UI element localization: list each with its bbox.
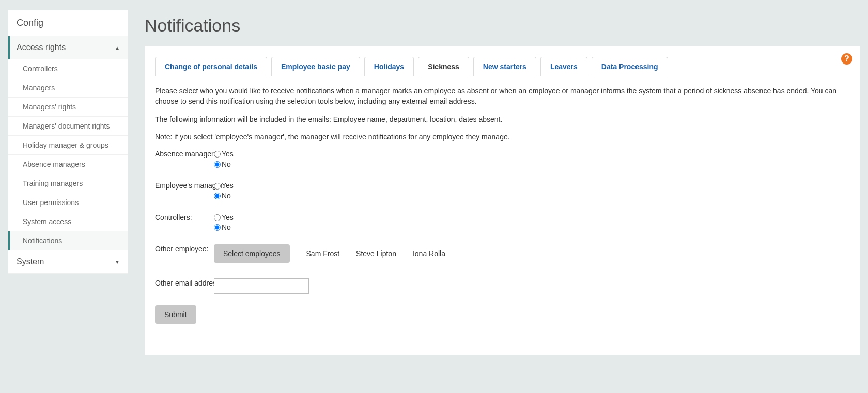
label-other-employee: Other employee:	[155, 244, 214, 253]
chevron-up-icon: ▲	[115, 45, 120, 51]
label-controllers: Controllers:	[155, 213, 214, 222]
sidebar-section-label: System	[17, 257, 44, 266]
sidebar: Config Access rights ▲ Controllers Manag…	[8, 10, 128, 274]
intro-paragraph-1: Please select who you would like to rece…	[155, 86, 849, 107]
sidebar-item-notifications[interactable]: Notifications	[8, 231, 128, 250]
sidebar-item-controllers[interactable]: Controllers	[8, 59, 128, 78]
radio-absence-no[interactable]	[214, 161, 221, 168]
radio-label: Yes	[222, 181, 234, 191]
radio-label: Yes	[222, 213, 234, 223]
sidebar-item-managers-document-rights[interactable]: Managers' document rights	[8, 117, 128, 136]
sidebar-section-access-rights[interactable]: Access rights ▲	[8, 36, 128, 59]
tabs: Change of personal details Employee basi…	[155, 56, 849, 76]
sidebar-header-config[interactable]: Config	[8, 10, 128, 36]
sidebar-item-managers-rights[interactable]: Managers' rights	[8, 98, 128, 117]
sidebar-section-system[interactable]: System ▼	[8, 250, 128, 274]
tab-employee-basic-pay[interactable]: Employee basic pay	[271, 57, 360, 76]
help-icon[interactable]: ?	[841, 53, 853, 65]
tab-data-processing[interactable]: Data Processing	[592, 57, 668, 76]
label-absence-managers: Absence managers:	[155, 149, 214, 158]
selected-employee[interactable]: Sam Frost	[306, 249, 340, 258]
radio-empmgr-no[interactable]	[214, 193, 221, 199]
label-employees-manager: Employee's manager:	[155, 181, 214, 190]
radio-label: Yes	[222, 149, 234, 160]
sidebar-item-training-managers[interactable]: Training managers	[8, 174, 128, 193]
sidebar-item-managers[interactable]: Managers	[8, 78, 128, 98]
tab-leavers[interactable]: Leavers	[540, 57, 587, 76]
label-other-email: Other email address:	[155, 278, 214, 287]
radio-controllers-no[interactable]	[214, 224, 221, 231]
radio-empmgr-yes[interactable]	[214, 183, 221, 190]
radio-controllers-yes[interactable]	[214, 214, 221, 221]
tab-holidays[interactable]: Holidays	[364, 57, 414, 76]
row-controllers: Controllers: Yes No	[155, 213, 849, 233]
content-card: ? Change of personal details Employee ba…	[145, 46, 860, 355]
sidebar-item-absence-managers[interactable]: Absence managers	[8, 155, 128, 174]
select-employees-button[interactable]: Select employees	[214, 244, 290, 263]
intro-paragraph-3: Note: if you select 'employee's manager'…	[155, 132, 849, 142]
selected-employee[interactable]: Iona Rolla	[413, 249, 445, 258]
chevron-down-icon: ▼	[115, 259, 120, 265]
sidebar-item-system-access[interactable]: System access	[8, 212, 128, 231]
page-title: Notifications	[145, 15, 860, 36]
other-email-input[interactable]	[214, 278, 309, 294]
submit-button[interactable]: Submit	[155, 305, 196, 324]
radio-label: No	[222, 223, 231, 233]
sidebar-section-label: Access rights	[17, 43, 66, 52]
tab-change-personal-details[interactable]: Change of personal details	[155, 57, 267, 76]
sidebar-item-holiday-manager-groups[interactable]: Holiday manager & groups	[8, 136, 128, 155]
radio-label: No	[222, 160, 231, 170]
row-other-employee: Other employee: Select employees Sam Fro…	[155, 244, 849, 263]
row-other-email: Other email address:	[155, 278, 849, 294]
radio-label: No	[222, 191, 231, 201]
main-content: Notifications ? Change of personal detai…	[145, 10, 860, 355]
radio-absence-yes[interactable]	[214, 151, 221, 158]
tab-sickness[interactable]: Sickness	[418, 57, 469, 76]
intro-paragraph-2: The following information will be includ…	[155, 114, 849, 124]
sidebar-item-user-permissions[interactable]: User permissions	[8, 193, 128, 212]
selected-employee[interactable]: Steve Lipton	[356, 249, 396, 258]
row-employees-manager: Employee's manager: Yes No	[155, 181, 849, 201]
row-absence-managers: Absence managers: Yes No	[155, 149, 849, 169]
tab-new-starters[interactable]: New starters	[473, 57, 536, 76]
